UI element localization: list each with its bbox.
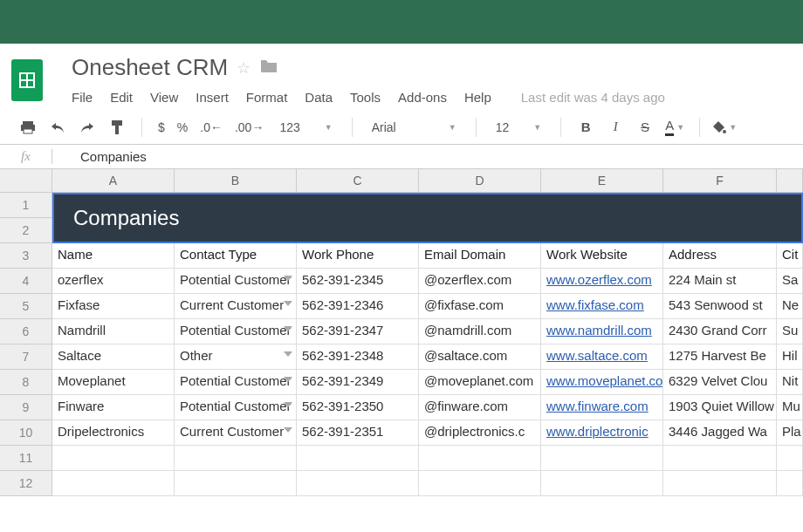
cell[interactable]: 6329 Velvet Clou [663,370,777,394]
cell[interactable]: 224 Main st [663,269,777,293]
cell[interactable] [297,446,419,470]
sheets-app-icon[interactable] [11,59,43,101]
text-color-button[interactable]: A▼ [662,115,687,140]
cell[interactable] [297,471,419,495]
col-header-F[interactable]: F [663,169,777,192]
cell[interactable]: @saltace.com [419,344,541,369]
cell[interactable]: Potential Customer [175,319,297,344]
print-icon[interactable] [16,115,40,140]
header-cell[interactable]: Contact Type [175,243,297,268]
cell[interactable]: www.saltace.com [541,344,663,369]
website-link[interactable]: www.namdrill.com [546,323,652,338]
row-header-5[interactable]: 5 [0,294,52,319]
cell[interactable]: Ne [777,294,803,318]
col-header-E[interactable]: E [541,169,663,192]
header-cell[interactable]: Cit [777,243,803,268]
cell[interactable]: Moveplanet [52,370,175,394]
row-header-8[interactable]: 8 [0,370,52,395]
cell[interactable]: Potential Customer [175,370,297,394]
dropdown-caret-icon[interactable] [284,427,292,433]
cell[interactable]: Potential Customer [175,269,297,293]
font-size-select[interactable]: 12▼ [489,120,549,134]
col-header-A[interactable]: A [52,169,175,192]
star-icon[interactable]: ☆ [237,58,251,78]
header-cell[interactable]: Address [663,243,777,268]
website-link[interactable]: www.finware.com [546,399,649,413]
cell[interactable] [419,446,541,470]
cell[interactable]: Potential Customer [175,395,297,419]
cell[interactable]: Other [175,344,297,369]
cell[interactable] [541,471,663,495]
redo-icon[interactable] [75,115,100,140]
website-link[interactable]: www.saltace.com [546,348,648,363]
cell[interactable] [777,446,803,470]
col-header-D[interactable]: D [419,169,541,192]
row-header-3[interactable]: 3 [0,243,52,269]
cell[interactable]: 562-391-2345 [297,269,419,293]
dropdown-caret-icon[interactable] [284,377,292,382]
menu-data[interactable]: Data [305,90,333,105]
menu-tools[interactable]: Tools [350,90,381,105]
website-link[interactable]: www.moveplanet.com [546,373,663,388]
col-header-g[interactable] [777,169,803,192]
col-header-B[interactable]: B [175,169,297,192]
cell[interactable]: 562-391-2349 [297,370,419,394]
cell[interactable] [541,446,663,470]
cell[interactable]: @fixfase.com [419,294,541,318]
cell[interactable]: Current Customer [175,420,297,445]
cell[interactable]: 3446 Jagged Wa [663,420,777,445]
row-header-4[interactable]: 4 [0,269,52,294]
menu-view[interactable]: View [150,90,178,105]
folder-icon[interactable] [259,58,278,77]
decrease-decimal-button[interactable]: .0← [196,120,226,134]
row-header-6[interactable]: 6 [0,319,52,344]
doc-title[interactable]: Onesheet CRM [72,54,228,81]
cell[interactable]: Fixfase [52,294,175,318]
dropdown-caret-icon[interactable] [284,276,292,281]
col-header-C[interactable]: C [297,169,419,192]
row-header-7[interactable]: 7 [0,344,52,370]
cell[interactable] [52,446,175,470]
menu-help[interactable]: Help [464,90,491,105]
cell[interactable]: Pla [777,420,803,445]
dropdown-caret-icon[interactable] [284,351,292,357]
cell[interactable]: Hil [777,344,803,369]
cell[interactable]: 1903 Quiet Willow [663,395,777,419]
fill-color-button[interactable]: ▼ [712,115,737,140]
cell[interactable]: 562-391-2351 [297,420,419,445]
cell[interactable]: @moveplanet.com [419,370,541,394]
cell[interactable]: Finware [52,395,175,419]
website-link[interactable]: www.ozerflex.com [546,272,652,287]
number-format-select[interactable]: 123▼ [272,120,339,134]
cell[interactable]: @ozerflex.com [419,269,541,293]
dropdown-caret-icon[interactable] [284,402,292,407]
cell[interactable] [419,471,541,495]
dropdown-caret-icon[interactable] [284,301,292,306]
cell[interactable]: Su [777,319,803,344]
cell[interactable]: Namdrill [52,319,175,344]
row-header-11[interactable]: 11 [0,446,52,471]
banner-cell[interactable]: Companies [52,193,803,243]
cell[interactable]: www.namdrill.com [541,319,663,344]
cell[interactable]: Saltace [52,344,175,369]
row-header-1[interactable]: 1 [0,193,52,218]
cell[interactable]: Mu [777,395,803,419]
row-header-12[interactable]: 12 [0,471,52,496]
row-header-9[interactable]: 9 [0,395,52,420]
website-link[interactable]: www.driplectronic [546,424,649,439]
bold-button[interactable]: B [573,115,598,140]
cell[interactable]: www.ozerflex.com [541,269,663,293]
cell[interactable]: 562-391-2350 [297,395,419,419]
cell[interactable]: 1275 Harvest Be [663,344,777,369]
cell[interactable]: 543 Senwood st [663,294,777,318]
increase-decimal-button[interactable]: .00→ [231,120,267,134]
paint-format-icon[interactable] [105,115,129,140]
currency-button[interactable]: $ [154,120,168,134]
cell[interactable] [663,471,777,495]
cell[interactable]: @finware.com [419,395,541,419]
cell[interactable]: 562-391-2348 [297,344,419,369]
menu-add-ons[interactable]: Add-ons [398,90,447,105]
menu-insert[interactable]: Insert [196,90,229,105]
cell[interactable]: Sa [777,269,803,293]
menu-edit[interactable]: Edit [110,90,133,105]
